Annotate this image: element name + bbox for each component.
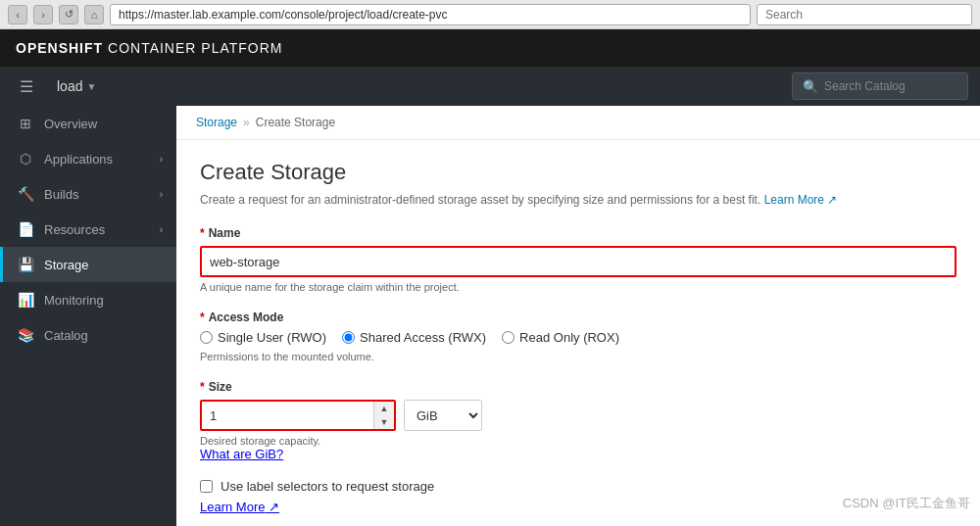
sidebar-item-applications[interactable]: ⬡ Applications › (0, 141, 176, 176)
breadcrumb-separator: » (243, 116, 250, 129)
access-mode-group: * Access Mode Single User (RWO) Shared A… (200, 311, 956, 362)
radio-single-user[interactable]: Single User (RWO) (200, 330, 326, 345)
home-button[interactable]: ⌂ (84, 5, 104, 24)
access-mode-hint: Permissions to the mounted volume. (200, 351, 956, 362)
size-label: * Size (200, 380, 956, 394)
sidebar-item-overview[interactable]: ⊞ Overview (0, 106, 176, 141)
name-label: * Name (200, 226, 956, 240)
label-selector-label[interactable]: Use label selectors to request storage (220, 479, 434, 494)
app-header: OPENSHIFT CONTAINER PLATFORM (0, 29, 980, 67)
search-icon: 🔍 (803, 79, 818, 94)
brand-logo: OPENSHIFT CONTAINER PLATFORM (16, 40, 283, 56)
watermark: CSDN @IT民工金鱼哥 (843, 495, 970, 512)
radio-rox[interactable] (502, 331, 514, 344)
label-selector-checkbox[interactable] (200, 480, 213, 493)
size-spinners: ▲ ▼ (373, 402, 394, 429)
size-input[interactable] (202, 402, 373, 429)
catalog-icon: 📚 (17, 327, 34, 343)
radio-shared-access[interactable]: Shared Access (RWX) (342, 330, 486, 345)
forward-button[interactable]: › (33, 5, 53, 24)
chevron-right-icon: › (160, 224, 163, 235)
page-title: Create Storage (200, 160, 956, 185)
hamburger-menu[interactable]: ☰ (12, 73, 41, 100)
monitoring-icon: 📊 (17, 292, 34, 308)
size-increment-button[interactable]: ▲ (374, 402, 394, 415)
url-bar[interactable] (110, 4, 751, 25)
sidebar-item-catalog[interactable]: 📚 Catalog (0, 317, 176, 353)
sidebar-item-resources[interactable]: 📄 Resources › (0, 212, 176, 247)
search-catalog[interactable]: 🔍 (792, 72, 968, 100)
storage-icon: 💾 (17, 257, 34, 272)
main-layout: ⊞ Overview ⬡ Applications › 🔨 Builds › 📄… (0, 106, 980, 526)
label-selector-group: Use label selectors to request storage (200, 479, 956, 494)
sidebar-item-builds[interactable]: 🔨 Builds › (0, 176, 176, 212)
sidebar: ⊞ Overview ⬡ Applications › 🔨 Builds › 📄… (0, 106, 176, 526)
learn-more-link[interactable]: Learn More ↗ (764, 193, 838, 207)
size-decrement-button[interactable]: ▼ (374, 415, 394, 429)
breadcrumb-storage-link[interactable]: Storage (196, 116, 237, 129)
what-are-gib-link[interactable]: What are GiB? (200, 447, 283, 461)
radio-rwo-label: Single User (RWO) (218, 330, 326, 345)
main-content: Storage » Create Storage Create Storage … (176, 106, 980, 526)
size-required-marker: * (200, 380, 205, 394)
browser-search[interactable] (757, 4, 972, 25)
access-mode-label: * Access Mode (200, 311, 956, 324)
name-field-group: * Name A unique name for the storage cla… (200, 226, 956, 293)
learn-more-2-link[interactable]: Learn More ↗ (200, 500, 279, 514)
radio-rox-label: Read Only (ROX) (519, 330, 619, 345)
radio-rwx-label: Shared Access (RWX) (360, 330, 486, 345)
name-hint: A unique name for the storage claim with… (200, 281, 956, 293)
access-mode-required-marker: * (200, 311, 205, 324)
breadcrumb: Storage » Create Storage (176, 106, 980, 140)
sidebar-item-label: Storage (44, 258, 163, 272)
top-nav: ☰ load ▼ 🔍 (0, 67, 980, 106)
size-row: ▲ ▼ MiB GiB TiB (200, 400, 956, 431)
refresh-button[interactable]: ↺ (59, 5, 78, 24)
size-input-wrap: ▲ ▼ (200, 400, 396, 431)
radio-rwx[interactable] (342, 331, 355, 344)
page-description: Create a request for an administrator-de… (200, 193, 956, 207)
name-input[interactable] (200, 246, 956, 277)
sidebar-item-label: Applications (44, 152, 150, 167)
builds-icon: 🔨 (17, 186, 34, 202)
overview-icon: ⊞ (17, 116, 34, 131)
form-area: Create Storage Create a request for an a… (176, 140, 980, 526)
size-field-group: * Size ▲ ▼ MiB GiB TiB (200, 380, 956, 461)
sidebar-item-storage[interactable]: 💾 Storage (0, 247, 176, 282)
search-catalog-input[interactable] (824, 79, 961, 93)
chevron-right-icon: › (160, 189, 163, 200)
name-required-marker: * (200, 226, 205, 240)
project-selector[interactable]: load ▼ (49, 74, 104, 98)
project-name: load (57, 78, 82, 94)
sidebar-item-label: Monitoring (44, 293, 163, 308)
sidebar-item-monitoring[interactable]: 📊 Monitoring (0, 282, 176, 317)
chevron-right-icon: › (160, 154, 163, 165)
back-button[interactable]: ‹ (8, 5, 27, 24)
size-hint: Desired storage capacity. (200, 435, 956, 447)
size-unit-select[interactable]: MiB GiB TiB (404, 400, 482, 431)
project-caret: ▼ (86, 81, 96, 92)
sidebar-item-label: Overview (44, 117, 163, 131)
sidebar-item-label: Builds (44, 187, 150, 202)
resources-icon: 📄 (17, 221, 34, 237)
access-mode-radio-group: Single User (RWO) Shared Access (RWX) Re… (200, 330, 956, 345)
browser-chrome: ‹ › ↺ ⌂ (0, 0, 980, 29)
radio-read-only[interactable]: Read Only (ROX) (502, 330, 619, 345)
applications-icon: ⬡ (17, 151, 34, 167)
radio-rwo[interactable] (200, 331, 213, 344)
sidebar-item-label: Resources (44, 222, 150, 237)
sidebar-item-label: Catalog (44, 328, 163, 343)
breadcrumb-current: Create Storage (256, 116, 335, 129)
